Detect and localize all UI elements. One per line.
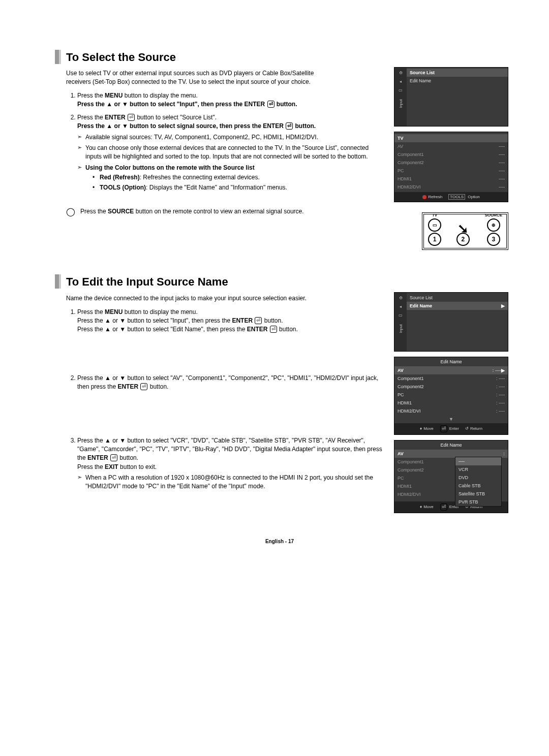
section1-intro: Use to select TV or other external input…: [66, 69, 315, 86]
sl-val2: ----: [499, 152, 505, 157]
menu-bold: MENU: [105, 92, 123, 99]
arrow-right-icon: ▶: [501, 303, 505, 308]
osd-input-menu-2: ⚙ ◂ ▭ Input Source List Edit Name▶: [394, 292, 508, 352]
s1-step1-a2: button to display the menu.: [123, 92, 197, 99]
enter-bold: ENTER: [105, 114, 126, 121]
e1-move: Move: [423, 426, 434, 431]
choose-note: You can choose only those external devic…: [77, 144, 385, 162]
s2-enter-b4: ENTER: [87, 454, 108, 461]
dd2: DVD: [455, 474, 501, 482]
remote-tv-button: ▭: [428, 218, 441, 232]
e1-enter: Enter: [449, 426, 459, 431]
e1-v3: : ----: [496, 392, 505, 397]
enter-icon: [269, 326, 278, 333]
s2-exit-a: Press the: [77, 463, 105, 470]
dd0: ----: [455, 457, 501, 465]
sl-row1: AV: [398, 144, 499, 149]
e1-r5: HDMI2/DVI: [398, 408, 496, 414]
sl-val3: ----: [499, 160, 505, 165]
s1-step2b: Press the ▲ or ▼ button to select signal…: [77, 122, 285, 130]
s2-1c: Press the ▲ or ▼ button to select "Edit …: [77, 326, 247, 333]
e2-move: Move: [423, 505, 434, 509]
enter-icon: [110, 454, 118, 461]
osd-edit2-title: Edit Name: [394, 440, 508, 450]
sl-row3: Component2: [398, 160, 499, 165]
osd-edit1-title: Edit Name: [394, 357, 508, 366]
avail-sources: Available signal sources: TV, AV, Compon…: [77, 133, 385, 142]
e1-return: Return: [470, 426, 482, 431]
s2-enter-b2: ENTER: [247, 326, 268, 333]
osd1-item1: Source List: [410, 70, 505, 75]
s2-enter-b1: ENTER: [232, 317, 253, 324]
remote-arrow-icon: ➘: [458, 225, 469, 233]
color-buttons-heading: Using the Color buttons on the remote wi…: [85, 164, 255, 171]
s2-1b: Press the ▲ or ▼ button to select "Input…: [77, 317, 232, 324]
input-icon: ◂: [400, 304, 402, 309]
osd-option: Option: [468, 195, 480, 199]
gear-icon: ⚙: [399, 296, 403, 300]
osd2-sidelabel: Input: [399, 324, 403, 333]
osd-source-list: TV AV---- Component1---- Component2---- …: [394, 132, 508, 202]
sl-val4: ----: [499, 168, 505, 173]
s2-2-2: button.: [148, 383, 168, 390]
s2-enter-b3: ENTER: [117, 383, 138, 390]
s2-menu-b: MENU: [105, 308, 123, 316]
sl-row0: TV: [398, 136, 505, 141]
e1-r1: Component1: [398, 376, 496, 381]
remote-tv-label: TV: [432, 213, 437, 217]
section2-steps: Press the MENU button to display the men…: [66, 308, 385, 491]
s2-1a: Press the: [77, 308, 105, 316]
osd1-sidelabel: Input: [399, 99, 403, 108]
s2-pc-note: When a PC with a resolution of 1920 x 10…: [77, 474, 385, 491]
page-footer: English - 17: [51, 539, 508, 544]
s1-step1b: Press the ▲ or ▼ button to select "Input…: [77, 101, 267, 108]
e1-v1: : ----: [496, 376, 505, 381]
osd-edit-name-2: Edit Name AV: Component1 Component2 PC H…: [394, 440, 508, 513]
s1-step2-a2: button to select "Source List".: [135, 114, 217, 121]
e1-r0: AV: [398, 368, 493, 373]
s2-1a2: button to display the menu.: [123, 308, 197, 316]
dd1: VCR: [455, 465, 501, 474]
e1-v2: : ----: [496, 384, 505, 389]
enter-icon: [440, 503, 448, 511]
s1-step2b2: button.: [293, 122, 316, 130]
dd5: PVR STB: [455, 498, 501, 506]
remote-diagram: TV ▭ 1 ➘ 2 SOURCE ⊕ 3: [422, 212, 508, 250]
enter-icon: [285, 122, 293, 130]
enter-icon: [440, 425, 448, 432]
dd4: Satellite STB: [455, 490, 501, 498]
usb-icon: ▭: [399, 313, 403, 318]
e1-r2: Component2: [398, 384, 496, 389]
e1-v4: : ----: [496, 400, 505, 405]
osd2-i2: Edit Name: [410, 303, 501, 308]
remote-num-2: 2: [456, 233, 470, 246]
enter-icon: [127, 114, 135, 121]
enter-icon: [254, 317, 262, 324]
s2-3-2: button.: [118, 454, 138, 461]
sl-val5: ----: [499, 176, 505, 181]
s1-step1b2: button.: [275, 101, 297, 108]
s2-1b2: button.: [262, 317, 283, 324]
section2-title: To Edit the Input Source Name: [51, 275, 508, 289]
tools-icon: TOOLS: [448, 194, 465, 200]
tools-option-b: TOOLS (Option): [100, 184, 146, 191]
enter-icon: [267, 101, 275, 108]
source-bold: SOURCE: [108, 208, 134, 215]
sl-val6: ----: [499, 184, 505, 190]
sl-row2: Component1: [398, 152, 499, 157]
sl-row5: HDMI1: [398, 176, 499, 181]
remote-num-1: 1: [428, 233, 441, 246]
remote-source-label: SOURCE: [485, 213, 502, 217]
s2-exit-b: EXIT: [105, 463, 118, 470]
usb-icon: ▭: [399, 88, 403, 92]
red-dot-icon: [422, 195, 426, 199]
s2-1c2: button.: [278, 326, 298, 333]
e1-v5: : ----: [496, 408, 505, 414]
e1-r3: PC: [398, 392, 496, 397]
sl-val1: ----: [499, 144, 505, 149]
source-note: ◯ Press the SOURCE button on the remote …: [66, 207, 385, 216]
section2-intro: Name the device connected to the input j…: [66, 294, 315, 303]
arrow-right-icon: ▶: [501, 368, 505, 373]
tools-option-t: : Displays the "Edit Name" and "Informat…: [146, 184, 287, 191]
red-refresh-t: : Refreshes the connecting external devi…: [140, 174, 260, 181]
